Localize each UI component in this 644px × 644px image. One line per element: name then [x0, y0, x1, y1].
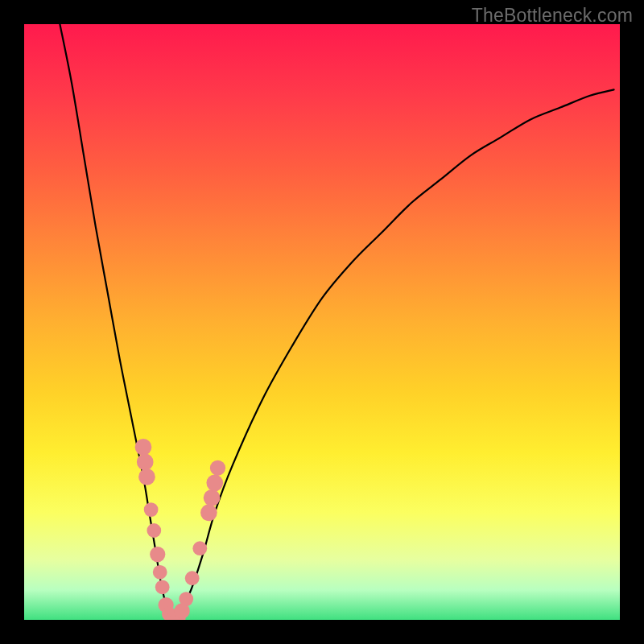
data-marker — [137, 454, 154, 471]
data-marker — [179, 592, 193, 606]
data-marker — [144, 502, 159, 517]
data-markers — [135, 439, 225, 620]
data-marker — [185, 571, 200, 585]
stage: TheBottleneck.com — [0, 0, 644, 644]
data-marker — [204, 489, 221, 506]
chart-svg — [24, 24, 620, 620]
plot-area — [24, 24, 620, 620]
data-marker — [147, 523, 161, 538]
data-marker — [200, 504, 217, 521]
data-marker — [192, 541, 207, 555]
data-marker — [155, 580, 170, 594]
data-marker — [210, 460, 225, 476]
data-marker — [138, 469, 155, 485]
data-marker — [135, 439, 152, 456]
bottleneck-curve — [60, 24, 613, 620]
data-marker — [206, 474, 223, 491]
attribution-label: TheBottleneck.com — [472, 5, 633, 27]
data-marker — [153, 565, 167, 580]
data-marker — [150, 547, 165, 562]
